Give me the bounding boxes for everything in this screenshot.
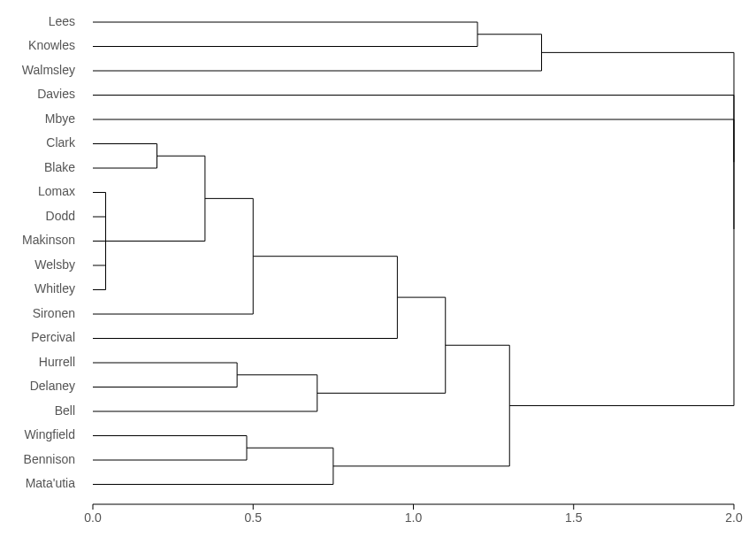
leaf-label: Makinson xyxy=(22,233,75,247)
leaf-label: Wingfield xyxy=(24,427,75,441)
leaf-label: Lees xyxy=(49,14,75,28)
leaf-label: Whitley xyxy=(34,281,75,295)
x-tick-label: 1.5 xyxy=(565,510,583,525)
leaf-label: Mata'utia xyxy=(26,476,76,490)
leaf-label: Knowles xyxy=(28,38,75,52)
leaf-label: Clark xyxy=(46,135,76,150)
x-tick-label: 0.0 xyxy=(84,510,102,525)
leaf-label: Lomax xyxy=(38,184,75,198)
leaf-label: Percival xyxy=(31,330,75,344)
leaf-label: Sironen xyxy=(33,306,75,320)
leaf-label: Hurrell xyxy=(39,355,75,369)
leaf-label: Welsby xyxy=(34,257,75,272)
leaf-label: Blake xyxy=(44,160,75,174)
leaf-label: Walmsley xyxy=(22,63,75,77)
x-tick-label: 0.5 xyxy=(245,510,263,525)
leaf-label: Bell xyxy=(55,403,75,418)
x-tick-label: 1.0 xyxy=(405,510,423,525)
leaf-label: Delaney xyxy=(30,379,75,393)
dendrogram-svg: LeesKnowlesWalmsleyDaviesMbyeClarkBlakeL… xyxy=(0,0,756,537)
x-tick-label: 2.0 xyxy=(725,510,743,525)
leaf-label: Davies xyxy=(37,87,75,101)
leaf-label: Mbye xyxy=(45,111,75,126)
leaf-label: Bennison xyxy=(24,452,75,466)
leaf-label: Dodd xyxy=(46,209,75,223)
dendrogram-chart: LeesKnowlesWalmsleyDaviesMbyeClarkBlakeL… xyxy=(0,0,756,537)
